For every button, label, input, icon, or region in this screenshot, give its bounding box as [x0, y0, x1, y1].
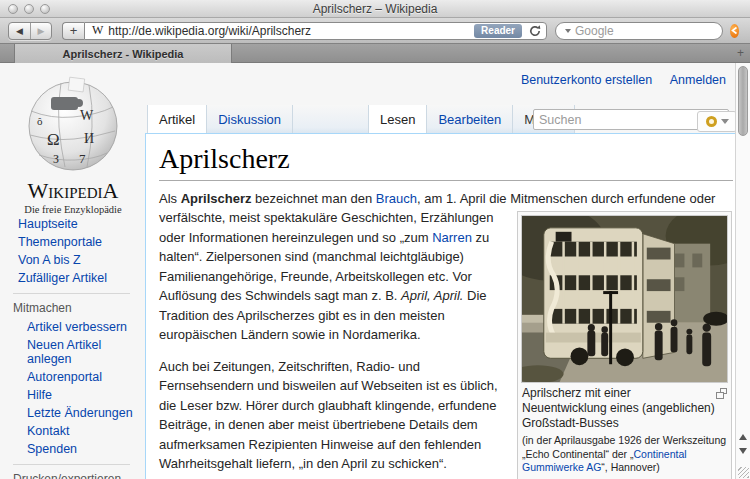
nav-button-group: ◀ ▶ [8, 22, 52, 40]
sidebar-item-themenportale[interactable]: Themenportale [0, 233, 140, 251]
svg-text:W: W [80, 108, 94, 123]
browser-search-field[interactable] [555, 22, 723, 40]
google-search-input[interactable] [575, 24, 730, 38]
image-caption-note: (in der Aprilausgabe 1926 der Werkszeitu… [521, 432, 728, 478]
sidebar-item-autorenportal[interactable]: Autorenportal [0, 368, 135, 386]
sidebar: Hauptseite Themenportale Von A bis Z Zuf… [0, 215, 140, 479]
sidebar-section-mitmachen: Mitmachen Artikel verbessern Neuen Artik… [0, 296, 140, 458]
login-link[interactable]: Anmelden [670, 73, 726, 87]
enlarge-icon[interactable] [716, 388, 727, 399]
wiki-search-input[interactable] [539, 113, 710, 127]
back-button[interactable]: ◀ [9, 23, 30, 39]
resize-grip[interactable] [738, 467, 749, 478]
sidebar-section-drucken: Drucken/exportieren Buch erstellen [0, 467, 140, 479]
svg-text:И: И [84, 131, 94, 146]
window-titlebar: Aprilscherz – Wikipedia [0, 0, 750, 18]
personal-links: Benutzerkonto erstellen Anmelden [507, 73, 726, 87]
search-engine-caret-icon[interactable] [565, 29, 571, 33]
bus-photo[interactable] [521, 215, 728, 383]
scrollbar-thumb[interactable] [738, 66, 748, 136]
article-thumbnail: Aprilscherz mit einer Neuentwicklung ein… [517, 211, 732, 479]
sidebar-item-kontakt[interactable]: Kontakt [0, 422, 135, 440]
svg-text:7: 7 [79, 151, 86, 166]
svg-text:З: З [53, 152, 59, 166]
site-favicon: W [92, 23, 103, 38]
audio-badge-icon [706, 116, 717, 127]
sidebar-divider [13, 464, 130, 465]
text: “, Hannover) [601, 461, 659, 473]
address-bar[interactable]: W Reader [84, 22, 547, 40]
text: Als [159, 191, 181, 206]
wikipedia-tagline: Die freie Enzyklopädie [12, 204, 134, 215]
sidebar-item-artikel-verbessern[interactable]: Artikel verbessern [0, 318, 135, 336]
text: , am 1. April die Mitmenschen durch erfu… [417, 191, 686, 206]
snapback-icon[interactable] [730, 24, 739, 38]
tab-artikel[interactable]: Artikel [147, 105, 207, 133]
forward-button[interactable]: ▶ [30, 23, 51, 39]
scroll-up-button[interactable] [736, 430, 750, 443]
browser-tab-active[interactable]: Aprilscherz - Wikipedia [14, 44, 232, 63]
svg-text:ô: ô [37, 115, 43, 127]
caption-text: Aprilscherz mit einer Neuentwicklung ein… [522, 386, 715, 430]
reader-button[interactable]: Reader [474, 24, 522, 38]
bold-term: Aprilscherz [181, 191, 252, 206]
text: (in der Aprilausgabe 1926 der Werkszeitu… [522, 434, 726, 460]
page-title: Aprilscherz [159, 144, 733, 181]
close-button[interactable] [8, 4, 18, 14]
chevron-down-icon [721, 119, 729, 124]
page-viewport: Benutzerkonto erstellen Anmelden Ω W И [0, 63, 750, 479]
spoken-article-widget[interactable] [697, 111, 737, 132]
zoom-button[interactable] [40, 4, 50, 14]
sidebar-item-hauptseite[interactable]: Hauptseite [0, 215, 140, 233]
wikipedia-wordmark: WikipediA [12, 180, 134, 202]
new-tab-button[interactable]: + [737, 46, 744, 60]
sidebar-item-spenden[interactable]: Spenden [0, 440, 135, 458]
italic-text: April, April. [401, 288, 463, 303]
vertical-scrollbar[interactable] [735, 63, 750, 479]
window-title: Aprilscherz – Wikipedia [313, 2, 438, 16]
image-caption: Aprilscherz mit einer Neuentwicklung ein… [521, 383, 728, 432]
sidebar-divider [13, 293, 130, 294]
sidebar-item-letzte-aenderungen[interactable]: Letzte Änderungen [0, 404, 135, 422]
tab-bar: Aprilscherz - Wikipedia + [0, 44, 750, 63]
browser-toolbar: ◀ ▶ + W Reader [0, 18, 750, 44]
article-content: Aprilscherz Als Aprilscherz bezeichnet m… [145, 133, 735, 479]
tab-bearbeiten[interactable]: Bearbeiten [426, 105, 513, 133]
create-account-link[interactable]: Benutzerkonto erstellen [521, 73, 652, 87]
wikipedia-logo[interactable]: Ω W И 7 З ô WikipediA Die freie Enzyklop… [12, 73, 134, 215]
tab-lesen[interactable]: Lesen [368, 105, 427, 133]
new-page-button[interactable]: + [62, 22, 84, 40]
reload-icon[interactable] [528, 24, 542, 38]
link-narren[interactable]: Narren [432, 230, 472, 245]
sidebar-section-title: Drucken/exportieren [0, 467, 140, 479]
window-controls [8, 4, 50, 14]
paragraph-1: Als Aprilscherz bezeichnet man den Brauc… [159, 189, 732, 345]
url-input[interactable] [108, 24, 474, 38]
sidebar-item-hilfe[interactable]: Hilfe [0, 386, 135, 404]
sidebar-section-title: Mitmachen [0, 296, 140, 318]
link-brauch[interactable]: Brauch [376, 191, 417, 206]
minimize-button[interactable] [24, 4, 34, 14]
svg-text:Ω: Ω [47, 130, 60, 149]
sidebar-item-neuen-artikel-anlegen[interactable]: Neuen Artikel anlegen [0, 336, 135, 368]
tab-diskussion[interactable]: Diskussion [206, 105, 293, 133]
text: bezeichnet man den [251, 191, 375, 206]
sidebar-item-zufaelliger-artikel[interactable]: Zufälliger Artikel [0, 269, 140, 287]
sidebar-item-von-a-bis-z[interactable]: Von A bis Z [0, 251, 140, 269]
article-body: Als Aprilscherz bezeichnet man den Brauc… [159, 189, 732, 474]
scroll-down-button[interactable] [736, 444, 750, 457]
wikipedia-globe-icon: Ω W И 7 З ô [23, 73, 123, 173]
